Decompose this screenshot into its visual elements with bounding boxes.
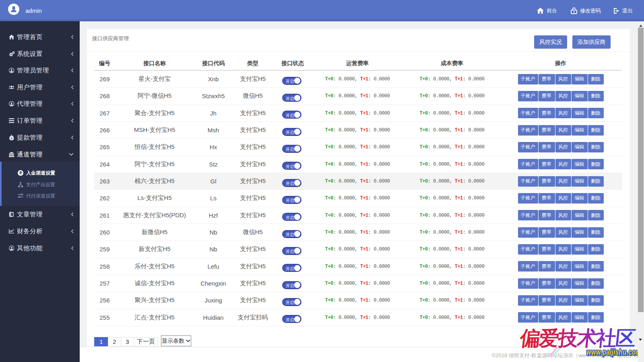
- svg-text:¥: ¥: [11, 137, 12, 140]
